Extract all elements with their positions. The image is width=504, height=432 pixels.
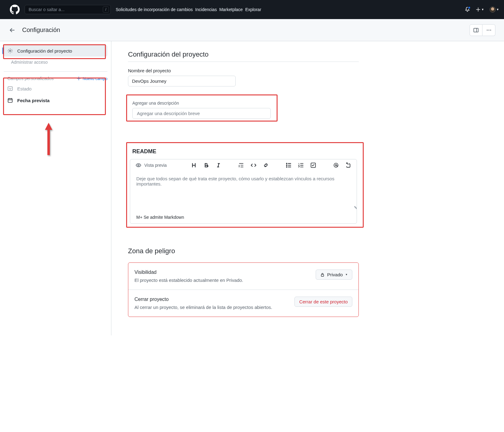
page-bar: Configuración [0, 19, 504, 41]
bold-icon[interactable] [203, 162, 209, 168]
unordered-list-icon[interactable] [286, 162, 291, 168]
visibility-title: Visibilidad [134, 270, 243, 275]
markdown-supported-note: M+ Se admite Markdown [130, 211, 357, 223]
avatar [490, 6, 496, 13]
svg-point-3 [490, 30, 491, 30]
create-menu-button[interactable]: ▼ [476, 7, 484, 12]
preview-label: Vista previa [144, 163, 167, 168]
svg-rect-0 [474, 28, 478, 32]
field-label: Fecha prevista [17, 98, 50, 103]
readme-textarea[interactable]: Deje que todos sepan de qué trata este p… [130, 171, 357, 211]
search-input[interactable] [25, 5, 111, 14]
ordered-list-icon[interactable] [298, 162, 304, 168]
global-header: / Solicitudes de incorporación de cambio… [0, 0, 504, 19]
mention-icon[interactable] [333, 162, 339, 168]
sidebar-item-manage-access[interactable]: Administrar acceso [4, 57, 107, 68]
main-content: Configuración del proyecto Nombre del pr… [111, 41, 504, 335]
header-right: ▼ ▼ [465, 6, 499, 13]
sidebar-field-date[interactable]: Fecha prevista [0, 94, 111, 106]
nav-explore[interactable]: Explorar [245, 7, 261, 12]
search-slash-hint: / [103, 6, 109, 13]
visibility-desc: El proyecto está establecido actualmente… [134, 278, 243, 283]
user-menu-button[interactable]: ▼ [490, 6, 499, 13]
new-field-label: Nuevo campo [83, 76, 107, 81]
more-menu-button[interactable] [482, 24, 495, 36]
close-project-desc: Al cerrar un proyecto, se eliminará de l… [134, 305, 272, 310]
readme-editor: Vista previa [130, 159, 357, 224]
close-project-title: Cerrar proyecto [134, 297, 272, 302]
svg-point-12 [334, 163, 338, 167]
settings-sidebar: Configuración del proyecto Administrar a… [0, 41, 111, 335]
description-input[interactable] [132, 108, 271, 119]
gear-icon [7, 48, 13, 54]
link-icon[interactable] [263, 162, 269, 168]
lock-icon [320, 273, 325, 277]
svg-point-9 [286, 165, 287, 166]
sidebar-item-label: Configuración del proyecto [17, 48, 72, 54]
sidebar-icon [473, 27, 479, 33]
plus-icon [77, 76, 81, 81]
readme-placeholder: Deje que todos sepan de qué trata este p… [136, 176, 334, 186]
close-project-button[interactable]: Cerrar de este proyecto [294, 297, 352, 307]
project-name-label: Nombre del proyecto [128, 68, 359, 73]
visibility-button-label: Privado [327, 272, 343, 277]
new-field-button[interactable]: Nuevo campo [77, 76, 107, 81]
panel-toggle-button[interactable] [470, 24, 482, 36]
project-name-input[interactable] [128, 76, 236, 86]
cross-reference-icon[interactable] [346, 162, 351, 168]
sidebar-field-status[interactable]: Estado [0, 83, 111, 94]
nav-pull-requests[interactable]: Solicitudes de incorporación de cambios [116, 7, 193, 12]
tasklist-icon[interactable] [310, 162, 316, 168]
notifications-button[interactable] [465, 7, 470, 12]
svg-rect-5 [8, 87, 13, 90]
kebab-icon [486, 27, 492, 33]
description-label: Agregar una descripción [132, 101, 354, 106]
readme-title: README [132, 148, 357, 155]
notification-dot-icon [468, 6, 471, 9]
danger-zone: Visibilidad El proyecto está establecido… [128, 262, 359, 317]
caret-down-icon: ▼ [481, 8, 484, 11]
github-logo-icon[interactable] [10, 5, 20, 14]
svg-rect-6 [8, 98, 12, 102]
svg-rect-14 [321, 274, 324, 276]
quote-icon[interactable] [238, 162, 244, 168]
svg-point-7 [138, 165, 139, 166]
single-select-icon [7, 86, 13, 91]
svg-point-10 [286, 167, 287, 167]
back-button[interactable] [9, 26, 16, 34]
field-label: Estado [17, 86, 32, 91]
resize-handle-icon[interactable]: || [353, 206, 357, 210]
svg-point-1 [486, 30, 487, 30]
svg-point-4 [10, 50, 11, 52]
page-title: Configuración [22, 26, 60, 34]
nav-marketplace[interactable]: Marketplace [219, 7, 243, 12]
preview-button[interactable]: Vista previa [136, 162, 167, 168]
section-title: Configuración del proyecto [128, 50, 359, 62]
visibility-button[interactable]: Privado ▼ [316, 270, 352, 280]
nav-issues[interactable]: Incidencias [195, 7, 217, 12]
eye-icon [136, 162, 141, 168]
code-icon[interactable] [251, 162, 256, 168]
editor-toolbar: Vista previa [130, 159, 357, 171]
global-search: / [25, 5, 111, 14]
calendar-icon [7, 98, 13, 103]
danger-zone-title: Zona de peligro [128, 247, 359, 255]
primary-nav: Solicitudes de incorporación de cambios … [116, 7, 261, 12]
heading-icon[interactable] [191, 162, 197, 168]
italic-icon[interactable] [216, 162, 221, 168]
caret-down-icon: ▼ [496, 8, 499, 11]
annotation-arrow-icon [40, 118, 58, 158]
sidebar-item-project-settings[interactable]: Configuración del proyecto [4, 45, 107, 57]
svg-point-8 [286, 163, 287, 164]
plus-icon [476, 7, 481, 12]
svg-point-2 [488, 30, 489, 30]
caret-down-icon: ▼ [345, 273, 348, 276]
sidebar-custom-fields-header: Campos personalizados [7, 76, 54, 81]
